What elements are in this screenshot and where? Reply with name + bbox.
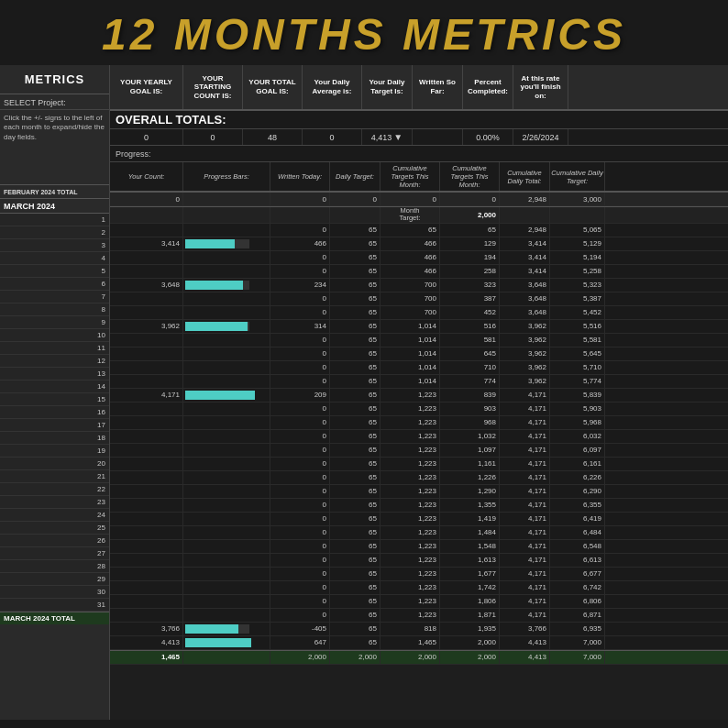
cum-daily-day-21: 4,171 — [500, 499, 550, 512]
bar-day-13 — [183, 389, 270, 402]
day-rows: 06565652,9485,0653,414466654661293,4145,… — [110, 224, 728, 650]
col-header-yearly: YOUR YEARLY GOAL IS: — [110, 65, 183, 109]
cum-targets-day-22: 1,419 — [440, 513, 500, 525]
bar-day-29 — [183, 609, 270, 622]
data-row-day-31: 4,413647651,4652,0004,4137,000 — [110, 636, 728, 650]
left-day-14: 14 — [0, 381, 109, 393]
daily-target-day-17: 65 — [330, 444, 381, 457]
march-month-target-label — [330, 207, 381, 223]
count-day-17 — [110, 444, 183, 457]
march-month-cum-target — [550, 207, 605, 223]
cum-daily-day-17: 4,171 — [500, 444, 550, 457]
count-day-21 — [110, 499, 183, 512]
written-day-17: 0 — [270, 444, 330, 457]
left-day-12: 12 — [0, 355, 109, 368]
cum-daily-day-9: 3,962 — [500, 334, 550, 347]
count-day-6 — [110, 292, 183, 305]
bar-day-3 — [183, 251, 270, 264]
cum-this-day-19: 1,223 — [381, 471, 440, 484]
sub-header-cum-daily: Cumulative Daily Total: — [500, 162, 550, 191]
data-row-day-7: 0657004523,6485,452 — [110, 306, 728, 320]
cum-daily-target-day-2: 5,129 — [550, 237, 605, 250]
cum-targets-day-6: 387 — [440, 292, 500, 305]
bar-day-31 — [183, 636, 270, 649]
left-day-rows: 1234567891011121314151617181920212223242… — [0, 214, 109, 612]
bar-day-22 — [183, 513, 270, 525]
cum-daily-day-20: 4,171 — [500, 485, 550, 498]
left-day-9: 9 — [0, 316, 109, 329]
count-day-24 — [110, 540, 183, 553]
spreadsheet: METRICS SELECT Project: Click the +/- si… — [0, 65, 728, 720]
daily-target-day-22: 65 — [330, 513, 381, 525]
val-percent: 0.00% — [463, 129, 513, 145]
data-row-day-3: 0654661943,4145,194 — [110, 251, 728, 265]
data-row-day-13: 4,171209651,2238394,1715,839 — [110, 389, 728, 403]
written-day-31: 647 — [270, 636, 330, 649]
written-day-2: 466 — [270, 237, 330, 250]
cum-this-day-22: 1,223 — [381, 513, 440, 525]
daily-target-day-20: 65 — [330, 485, 381, 498]
cum-daily-day-7: 3,648 — [500, 306, 550, 319]
cum-daily-day-22: 4,171 — [500, 513, 550, 525]
feb-bar — [183, 193, 270, 205]
march-month-bar — [183, 207, 270, 223]
count-day-10 — [110, 347, 183, 360]
written-day-14: 0 — [270, 403, 330, 415]
cum-daily-target-day-3: 5,194 — [550, 251, 605, 264]
daily-target-day-1: 65 — [330, 224, 381, 237]
count-day-26 — [110, 568, 183, 580]
daily-target-day-14: 65 — [330, 403, 381, 415]
cum-daily-target-day-6: 5,387 — [550, 292, 605, 305]
feb-cum-daily: 2,948 — [500, 193, 550, 205]
march-total-cum-this: 2,000 — [381, 651, 440, 664]
page-title: 12 MONTHS METRICS — [0, 9, 728, 60]
bar-day-23 — [183, 526, 270, 539]
daily-target-day-5: 65 — [330, 279, 381, 292]
bar-day-7 — [183, 306, 270, 319]
cum-this-day-4: 466 — [381, 265, 440, 278]
left-day-28: 28 — [0, 560, 109, 573]
cum-targets-day-16: 1,032 — [440, 430, 500, 443]
cum-daily-target-day-14: 5,903 — [550, 403, 605, 415]
march-total-bar — [183, 651, 270, 664]
bar-day-5 — [183, 279, 270, 292]
col-header-written: Written So Far: — [413, 65, 463, 109]
data-row-day-23: 0651,2231,4844,1716,484 — [110, 526, 728, 540]
cum-daily-target-day-5: 5,323 — [550, 279, 605, 292]
bar-day-28 — [183, 595, 270, 608]
cum-this-day-16: 1,223 — [381, 430, 440, 443]
data-row-day-30: 3,766-405658181,9353,7666,935 — [110, 623, 728, 636]
cum-daily-day-11: 3,962 — [500, 361, 550, 374]
dropdown-arrow[interactable]: ▼ — [393, 132, 403, 142]
written-day-8: 314 — [270, 320, 330, 333]
left-day-13: 13 — [0, 368, 109, 381]
cum-this-day-10: 1,014 — [381, 347, 440, 360]
data-row-day-19: 0651,2231,2264,1716,226 — [110, 471, 728, 485]
left-day-17: 17 — [0, 419, 109, 432]
cum-daily-target-day-30: 6,935 — [550, 623, 605, 635]
cum-this-day-8: 1,014 — [381, 320, 440, 333]
col-header-finish: At this rate you'll finish on: — [513, 65, 568, 109]
cum-daily-day-8: 3,962 — [500, 320, 550, 333]
written-day-27: 0 — [270, 581, 330, 594]
count-day-16 — [110, 430, 183, 443]
val-starting: 0 — [183, 129, 243, 145]
col-headers: YOUR YEARLY GOAL IS: YOUR STARTING COUNT… — [110, 65, 728, 111]
cum-daily-target-day-31: 7,000 — [550, 636, 605, 649]
bar-day-27 — [183, 581, 270, 594]
left-day-25: 25 — [0, 522, 109, 535]
left-day-18: 18 — [0, 432, 109, 445]
cum-daily-day-5: 3,648 — [500, 279, 550, 292]
left-day-10: 10 — [0, 329, 109, 342]
cum-daily-target-day-18: 6,161 — [550, 458, 605, 470]
daily-target-day-3: 65 — [330, 251, 381, 264]
written-day-10: 0 — [270, 347, 330, 360]
count-day-8: 3,962 — [110, 320, 183, 333]
cum-this-day-13: 1,223 — [381, 389, 440, 402]
data-row-day-24: 0651,2231,5484,1716,548 — [110, 540, 728, 554]
feb-written: 0 — [270, 193, 330, 205]
daily-target-day-11: 65 — [330, 361, 381, 374]
data-row-day-2: 3,414466654661293,4145,129 — [110, 237, 728, 251]
cum-targets-day-30: 1,935 — [440, 623, 500, 635]
cum-daily-target-day-26: 6,677 — [550, 568, 605, 580]
